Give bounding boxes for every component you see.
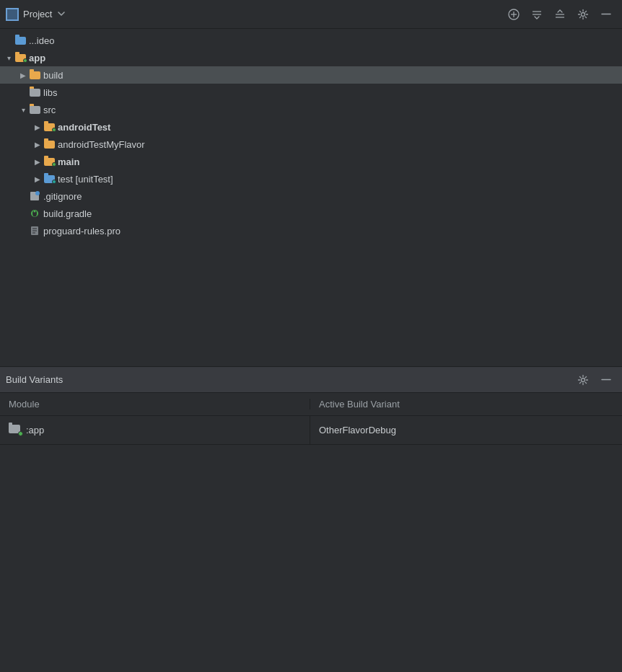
folder-icon-app [14, 53, 26, 63]
gradle-file-icon [29, 208, 40, 219]
tree-item-app[interactable]: ▾ app [0, 49, 622, 66]
chevron-main: ▶ [32, 156, 43, 167]
label-proguard: proguard-rules.pro [43, 226, 121, 236]
label-main: main [58, 156, 79, 167]
tree-item-proguard[interactable]: ▶ proguard-rules.pro [0, 222, 622, 239]
label-libs: libs [43, 87, 58, 98]
label-src: src [43, 105, 56, 115]
project-dropdown-button[interactable] [56, 9, 66, 19]
bv-close-button[interactable] [596, 370, 616, 390]
tree-item-src[interactable]: ▾ src [0, 101, 622, 118]
chevron-androidtestmyflavor: ▶ [32, 138, 43, 150]
folder-icon-video [14, 35, 26, 45]
build-variants-table: Module Active Build Variant :app OtherFl… [0, 393, 622, 445]
label-app: app [29, 53, 45, 63]
build-variants-title: Build Variants [6, 374, 573, 385]
header-actions [504, 4, 616, 25]
tree-item-gitignore[interactable]: ▶ .gitignore [0, 187, 622, 205]
label-video: ...ideo [29, 35, 54, 46]
folder-icon-test [43, 174, 55, 184]
svg-point-10 [35, 191, 40, 195]
add-button[interactable] [504, 4, 524, 25]
build-variants-panel: Build Variants Module Active Build Varia… [0, 367, 622, 445]
tree-item-video[interactable]: ▶ ...ideo [0, 32, 622, 49]
file-tree: ▶ ...ideo ▾ app ▶ build ▶ libs ▾ [0, 29, 622, 366]
tree-item-main[interactable]: ▶ main [0, 153, 622, 170]
chevron-src: ▾ [17, 104, 29, 115]
variant-value: OtherFlavorDebug [319, 425, 396, 436]
project-window-icon [6, 8, 19, 21]
label-androidtestmyflavor: androidTestMyFlavor [58, 139, 145, 150]
collapse-all-button[interactable] [527, 4, 547, 25]
module-folder-icon [9, 425, 22, 436]
tree-item-libs[interactable]: ▶ libs [0, 84, 622, 101]
tree-item-buildgradle[interactable]: ▶ build.gradle [0, 205, 622, 222]
folder-icon-main [43, 156, 55, 167]
tree-item-androidtest[interactable]: ▶ androidTest [0, 118, 622, 136]
build-variants-header: Build Variants [0, 367, 622, 393]
tree-item-test[interactable]: ▶ test [unitTest] [0, 170, 622, 187]
folder-icon-androidtest [43, 122, 55, 132]
folder-icon-src [29, 105, 40, 115]
label-buildgradle: build.gradle [43, 208, 92, 219]
folder-icon-libs [29, 87, 40, 97]
folder-icon-build [29, 70, 40, 80]
settings-button[interactable] [573, 4, 593, 25]
bv-table-header: Module Active Build Variant [0, 393, 622, 416]
proguard-file-icon [29, 225, 40, 236]
bv-actions [573, 370, 616, 390]
tree-item-androidtestmyflavor[interactable]: ▶ androidTestMyFlavor [0, 136, 622, 153]
chevron-test: ▶ [32, 173, 43, 185]
minimize-button[interactable] [596, 4, 616, 25]
label-test: test [unitTest] [58, 174, 113, 185]
folder-icon-androidtestmyflavor [43, 139, 55, 149]
module-name: :app [26, 425, 44, 436]
svg-point-13 [34, 211, 36, 213]
svg-point-18 [582, 378, 585, 381]
bv-settings-button[interactable] [573, 370, 593, 390]
chevron-androidtest: ▶ [32, 121, 43, 133]
chevron-build: ▶ [17, 69, 29, 81]
gitignore-file-icon [29, 190, 40, 202]
table-row[interactable]: :app OtherFlavorDebug [0, 416, 622, 445]
col-variant-header: Active Build Variant [310, 399, 622, 410]
col-module-header: Module [0, 399, 310, 410]
label-gitignore: .gitignore [43, 191, 82, 202]
expand-all-button[interactable] [550, 4, 570, 25]
project-header: Project [0, 0, 622, 29]
cell-variant[interactable]: OtherFlavorDebug [310, 416, 622, 444]
tree-item-build[interactable]: ▶ build [0, 66, 622, 84]
header-left: Project [6, 8, 504, 21]
chevron-app: ▾ [3, 52, 14, 63]
cell-module: :app [0, 416, 310, 444]
svg-point-7 [582, 12, 585, 16]
project-title: Project [23, 9, 52, 19]
label-androidtest: androidTest [58, 122, 110, 133]
label-build: build [43, 70, 63, 81]
